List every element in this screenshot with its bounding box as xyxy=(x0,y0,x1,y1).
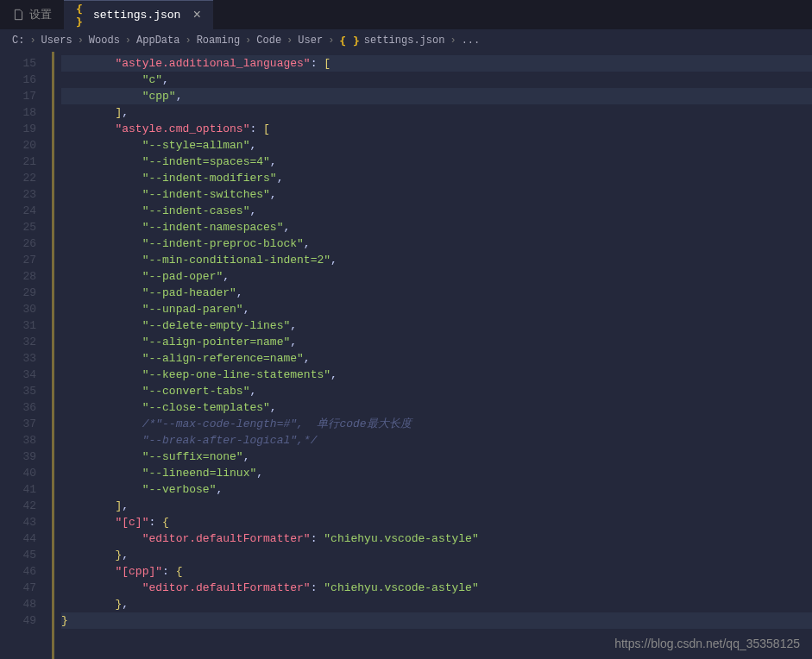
chevron-right-icon: › xyxy=(185,35,191,47)
line-number: 44 xyxy=(0,530,36,547)
code-line[interactable]: "--pad-oper", xyxy=(61,268,812,285)
line-number: 20 xyxy=(0,137,36,154)
code-line[interactable]: ], xyxy=(61,498,812,514)
line-gutter: 1516171819202122232425262728293031323334… xyxy=(0,52,52,659)
tab-settings-ui[interactable]: 设置 xyxy=(0,0,64,29)
code-line[interactable]: "--suffix=none", xyxy=(61,449,812,465)
breadcrumb-part[interactable]: { } settings.json xyxy=(339,35,444,47)
code-line[interactable]: "--unpad-paren", xyxy=(61,301,812,317)
code-line[interactable]: "--indent-namespaces", xyxy=(61,219,812,235)
line-number: 18 xyxy=(0,104,36,121)
breadcrumb-part[interactable]: C: xyxy=(12,35,24,47)
code-line[interactable]: "editor.defaultFormatter": "chiehyu.vsco… xyxy=(61,530,812,547)
line-number: 15 xyxy=(0,55,36,72)
breadcrumb-part[interactable]: Users xyxy=(41,35,72,47)
code-line[interactable]: "--pad-header", xyxy=(61,285,812,301)
code-line[interactable]: "--indent-switches", xyxy=(61,186,812,203)
editor-area[interactable]: 1516171819202122232425262728293031323334… xyxy=(0,52,812,659)
code-line[interactable]: "--keep-one-line-statements", xyxy=(61,367,812,383)
line-number: 31 xyxy=(0,317,36,334)
line-number: 29 xyxy=(0,285,36,301)
chevron-right-icon: › xyxy=(29,35,35,47)
code-line[interactable]: "c", xyxy=(61,72,812,88)
code-line[interactable]: "--indent=spaces=4", xyxy=(61,154,812,170)
code-line[interactable]: "--indent-cases", xyxy=(61,203,812,219)
line-number: 23 xyxy=(0,186,36,203)
line-number: 24 xyxy=(0,203,36,219)
code-line[interactable]: "editor.defaultFormatter": "chiehyu.vsco… xyxy=(61,580,812,596)
tab-label: settings.json xyxy=(93,9,180,22)
line-number: 49 xyxy=(0,612,36,629)
json-icon: { } xyxy=(76,9,88,22)
chevron-right-icon: › xyxy=(286,35,293,47)
line-number: 39 xyxy=(0,449,36,465)
code-line[interactable]: "--indent-preproc-block", xyxy=(61,235,812,252)
code-line[interactable]: } xyxy=(61,612,812,629)
line-number: 28 xyxy=(0,268,36,285)
line-number: 22 xyxy=(0,170,36,186)
line-number: 46 xyxy=(0,563,36,580)
code-line[interactable]: }, xyxy=(61,596,812,612)
code-line[interactable]: "[cpp]": { xyxy=(61,563,812,580)
line-number: 21 xyxy=(0,154,36,170)
line-number: 35 xyxy=(0,383,36,399)
code-line[interactable]: "--style=allman", xyxy=(61,137,812,154)
code-line[interactable]: "--indent-modifiers", xyxy=(61,170,812,186)
code-content[interactable]: "astyle.additional_languages": [ "c", "c… xyxy=(52,52,812,659)
line-number: 38 xyxy=(0,432,36,449)
line-number: 43 xyxy=(0,514,36,530)
line-number: 33 xyxy=(0,350,36,367)
tab-label: 设置 xyxy=(29,7,52,22)
line-number: 30 xyxy=(0,301,36,317)
code-line[interactable]: "--close-templates", xyxy=(61,399,812,416)
code-line[interactable]: "--min-conditional-indent=2", xyxy=(61,252,812,268)
breadcrumb-part[interactable]: Woods xyxy=(89,35,120,47)
breadcrumb-part[interactable]: Code xyxy=(256,35,281,47)
chevron-right-icon: › xyxy=(245,35,251,47)
line-number: 27 xyxy=(0,252,36,268)
code-line[interactable]: /*"--max-code-length=#", 单行code最大长度 xyxy=(61,416,812,432)
line-number: 40 xyxy=(0,465,36,481)
line-number: 34 xyxy=(0,367,36,383)
code-line[interactable]: "cpp", xyxy=(61,88,812,104)
tab-settings-json[interactable]: { } settings.json × xyxy=(64,0,213,29)
line-number: 17 xyxy=(0,88,36,104)
tab-bar: 设置 { } settings.json × xyxy=(0,0,812,29)
code-line[interactable]: "--break-after-logical",*/ xyxy=(61,432,812,449)
code-line[interactable]: "--verbose", xyxy=(61,481,812,498)
line-number: 37 xyxy=(0,416,36,432)
breadcrumb-part[interactable]: AppData xyxy=(136,35,179,47)
breadcrumb-part[interactable]: User xyxy=(298,35,323,47)
line-number: 19 xyxy=(0,121,36,137)
breadcrumb-part[interactable]: ... xyxy=(462,35,481,47)
line-number: 25 xyxy=(0,219,36,235)
code-line[interactable]: ], xyxy=(61,104,812,121)
chevron-right-icon: › xyxy=(328,35,334,47)
line-number: 47 xyxy=(0,580,36,596)
code-line[interactable]: "--delete-empty-lines", xyxy=(61,317,812,334)
code-line[interactable]: "--convert-tabs", xyxy=(61,383,812,399)
chevron-right-icon: › xyxy=(78,35,84,47)
breadcrumb[interactable]: C: › Users › Woods › AppData › Roaming ›… xyxy=(0,29,812,52)
watermark: https://blog.csdn.net/qq_35358125 xyxy=(614,637,800,650)
line-number: 36 xyxy=(0,399,36,416)
close-icon[interactable]: × xyxy=(192,8,201,23)
code-line[interactable]: "astyle.cmd_options": [ xyxy=(61,121,812,137)
line-number: 41 xyxy=(0,481,36,498)
line-number: 45 xyxy=(0,547,36,563)
chevron-right-icon: › xyxy=(125,35,131,47)
line-number: 26 xyxy=(0,235,36,252)
line-number: 48 xyxy=(0,596,36,612)
chevron-right-icon: › xyxy=(450,35,456,47)
code-line[interactable]: "[c]": { xyxy=(61,514,812,530)
code-line[interactable]: "--lineend=linux", xyxy=(61,465,812,481)
code-line[interactable]: }, xyxy=(61,547,812,563)
code-line[interactable]: "astyle.additional_languages": [ xyxy=(61,55,812,72)
line-number: 42 xyxy=(0,498,36,514)
line-number: 32 xyxy=(0,334,36,350)
file-icon xyxy=(12,9,24,21)
code-line[interactable]: "--align-reference=name", xyxy=(61,350,812,367)
line-number: 16 xyxy=(0,72,36,88)
code-line[interactable]: "--align-pointer=name", xyxy=(61,334,812,350)
breadcrumb-part[interactable]: Roaming xyxy=(197,35,240,47)
